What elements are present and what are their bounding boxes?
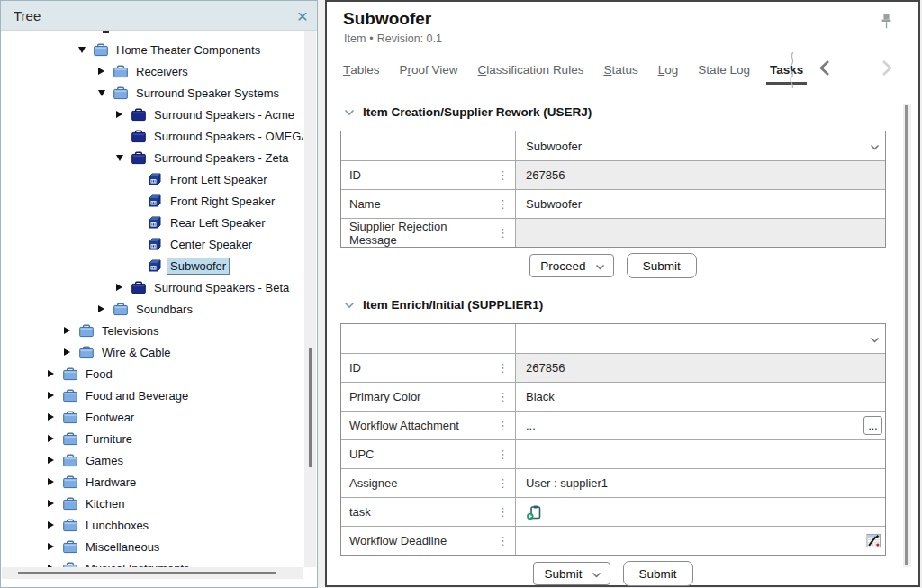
- action-select[interactable]: Submit: [533, 562, 610, 585]
- scrollbar-thumb[interactable]: [18, 572, 276, 574]
- twisty-collapsed-icon[interactable]: [64, 348, 79, 356]
- tree-item-home-theater-components[interactable]: Home Theater Components: [1, 39, 303, 60]
- row-menu-icon[interactable]: ⋮: [497, 420, 509, 431]
- twisty-collapsed-icon[interactable]: [116, 111, 131, 118]
- tree-item-front-right-speaker[interactable]: Front Right Speaker: [1, 190, 303, 212]
- row-menu-icon[interactable]: ⋮: [497, 362, 509, 374]
- tree-item-surround-speakers-beta[interactable]: Surround Speakers - Beta: [1, 276, 303, 298]
- tab-tables[interactable]: Tables: [343, 54, 380, 85]
- action-select-value: Proceed: [540, 259, 585, 273]
- row-menu-icon[interactable]: ⋮: [497, 477, 509, 489]
- tree-item-rear-left-speaker[interactable]: Rear Left Speaker: [1, 212, 303, 233]
- tree-item-televisions[interactable]: Televisions: [1, 320, 303, 341]
- tree-item-label: Televisions: [99, 323, 162, 339]
- tabs-next-icon[interactable]: [881, 59, 893, 80]
- twisty-expanded-icon[interactable]: [98, 90, 113, 96]
- twisty-expanded-icon[interactable]: [78, 47, 94, 53]
- tree-horizontal-scrollbar[interactable]: [2, 567, 303, 579]
- field-primary-color[interactable]: Black: [516, 383, 885, 411]
- tree-item-soundbars[interactable]: Soundbars: [1, 298, 303, 320]
- tab-proof-view[interactable]: Proof View: [400, 54, 458, 85]
- field-label: Workflow Attachment: [349, 419, 459, 432]
- tab-tasks[interactable]: Tasks: [770, 54, 803, 85]
- row-menu-icon[interactable]: ⋮: [497, 227, 509, 239]
- tree-item-surround-speakers-omega[interactable]: Surround Speakers - OMEGA: [1, 125, 303, 147]
- twisty-collapsed-icon[interactable]: [48, 370, 63, 377]
- twisty-collapsed-icon[interactable]: [48, 543, 63, 550]
- row-menu-icon[interactable]: ⋮: [497, 198, 509, 210]
- tree-item-furniture[interactable]: Furniture: [1, 428, 303, 449]
- field-name[interactable]: Subwoofer: [516, 190, 885, 218]
- tree-item-kitchen[interactable]: Kitchen: [1, 493, 303, 514]
- date-picker-icon[interactable]: [866, 533, 881, 551]
- twisty-collapsed-icon[interactable]: [98, 68, 113, 75]
- row-label-cell: [341, 324, 516, 353]
- tree-item-receivers[interactable]: Receivers: [1, 60, 303, 82]
- table-row-selector: [341, 324, 885, 353]
- twisty-collapsed-icon[interactable]: [48, 521, 63, 529]
- twisty-collapsed-icon[interactable]: [48, 478, 63, 485]
- chevron-down-icon: [870, 140, 880, 153]
- tree-item-miscellaneous[interactable]: Miscellaneous: [1, 536, 303, 557]
- twisty-collapsed-icon[interactable]: [98, 305, 113, 312]
- row-menu-icon[interactable]: ⋮: [497, 535, 509, 547]
- field-assignee[interactable]: User : supplier1: [516, 469, 885, 497]
- add-task-icon[interactable]: [526, 504, 543, 520]
- tree-item-footwear[interactable]: Footwear: [1, 406, 303, 428]
- twisty-collapsed-icon[interactable]: [64, 327, 79, 334]
- section-title: Item Enrich/Initial (SUPPLIER1): [363, 298, 543, 312]
- task-section-item-enrich-initial-supplier1: Item Enrich/Initial (SUPPLIER1)ID⋮267856…: [340, 296, 900, 586]
- field-id: 267856: [516, 161, 885, 189]
- tab-classification-rules[interactable]: Classification Rules: [478, 54, 584, 85]
- tree-item-games[interactable]: Games: [1, 449, 303, 471]
- twisty-expanded-icon[interactable]: [116, 155, 131, 161]
- section-header[interactable]: Item Enrich/Initial (SUPPLIER1): [344, 296, 900, 312]
- row-menu-icon[interactable]: ⋮: [497, 506, 509, 518]
- scrollbar-thumb[interactable]: [905, 105, 908, 565]
- tab-state-log[interactable]: State Log: [698, 54, 750, 85]
- folder-light-icon: [79, 345, 95, 359]
- tree-item-wire-cable[interactable]: Wire & Cable: [1, 341, 303, 363]
- twisty-collapsed-icon[interactable]: [48, 392, 63, 399]
- twisty-collapsed-icon[interactable]: [48, 457, 63, 464]
- tree-item-front-left-speaker[interactable]: Front Left Speaker: [1, 168, 303, 190]
- tree-item-surround-speakers-acme[interactable]: Surround Speakers - Acme: [1, 104, 303, 125]
- folder-dark-icon: [131, 280, 147, 294]
- row-menu-icon[interactable]: ⋮: [497, 448, 509, 460]
- tree-item-surround-speaker-systems[interactable]: Surround Speaker Systems: [1, 82, 303, 104]
- twisty-collapsed-icon[interactable]: [48, 500, 63, 507]
- tree-item-musical-instruments[interactable]: Musical Instruments: [1, 557, 303, 567]
- tree-item-center-speaker[interactable]: Center Speaker: [1, 233, 303, 255]
- row-menu-icon[interactable]: ⋮: [497, 391, 509, 403]
- tree-item-food[interactable]: Food: [1, 363, 303, 384]
- field-task[interactable]: [516, 498, 885, 526]
- close-icon[interactable]: ×: [297, 6, 308, 25]
- tabs-prev-icon[interactable]: [818, 59, 830, 80]
- tree-item-hardware[interactable]: Hardware: [1, 471, 303, 493]
- more-button[interactable]: ...: [863, 416, 882, 435]
- tree-item-surround-speakers-zeta[interactable]: Surround Speakers - Zeta: [1, 147, 303, 168]
- detail-vertical-scrollbar[interactable]: [903, 104, 911, 567]
- field-workflow-deadline[interactable]: [516, 527, 885, 555]
- tree-item-lunchboxes[interactable]: Lunchboxes: [1, 514, 303, 536]
- tree-item-subwoofer[interactable]: Subwoofer: [1, 255, 303, 276]
- submit-button[interactable]: Submit: [623, 561, 693, 586]
- twisty-collapsed-icon[interactable]: [48, 435, 63, 442]
- action-select[interactable]: Proceed: [529, 254, 613, 277]
- tab-log[interactable]: Log: [658, 54, 679, 85]
- tree-item-food-and-beverage[interactable]: Food and Beverage: [1, 384, 303, 406]
- twisty-collapsed-icon[interactable]: [116, 284, 131, 291]
- folder-light-icon: [63, 388, 78, 403]
- pin-icon[interactable]: [880, 13, 893, 36]
- submit-button[interactable]: Submit: [627, 253, 697, 278]
- tab-status[interactable]: Status: [603, 54, 637, 85]
- tree-vertical-scrollbar[interactable]: [304, 31, 316, 567]
- section-header[interactable]: Item Creation/Supplier Rework (USERJ): [344, 104, 900, 120]
- task-combobox[interactable]: [516, 324, 885, 353]
- task-combobox[interactable]: Subwoofer: [516, 131, 885, 160]
- row-menu-icon[interactable]: ⋮: [497, 169, 509, 181]
- scrollbar-thumb[interactable]: [309, 348, 312, 467]
- field-upc[interactable]: [516, 440, 885, 468]
- field-workflow-attachment[interactable]: ......: [516, 412, 885, 439]
- twisty-collapsed-icon[interactable]: [48, 413, 63, 421]
